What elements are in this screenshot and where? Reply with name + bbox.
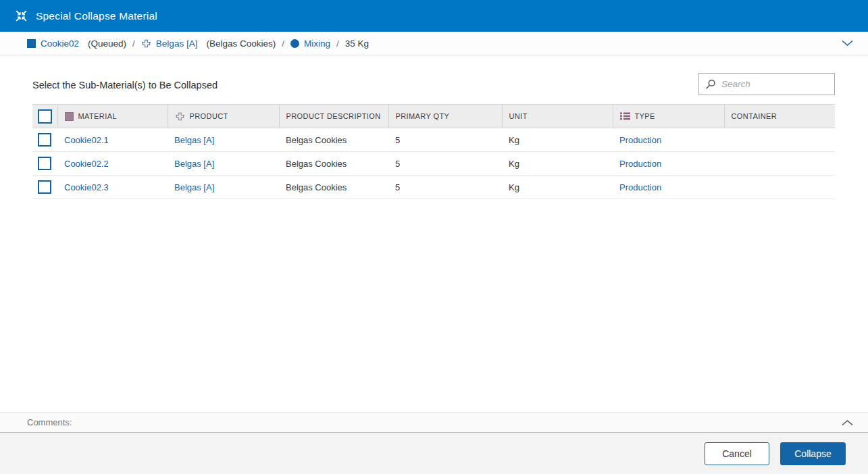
row-select-checkbox[interactable]	[38, 133, 51, 147]
column-header-product-description[interactable]: PRODUCT DESCRIPTION	[279, 105, 388, 128]
type-link[interactable]: Production	[619, 159, 661, 169]
comments-collapse-button[interactable]	[836, 417, 859, 429]
column-header-material[interactable]: MATERIAL	[57, 105, 168, 128]
search-icon	[705, 79, 716, 90]
chevron-down-icon	[842, 40, 853, 47]
cancel-button[interactable]: Cancel	[705, 442, 769, 465]
container-cell	[724, 152, 835, 176]
breadcrumb-operation-link[interactable]: Mixing	[304, 38, 330, 49]
breadcrumb-product-link[interactable]: Belgas [A]	[156, 38, 198, 49]
breadcrumb-separator: /	[330, 38, 345, 49]
product-description-cell: Belgas Cookies	[279, 176, 388, 199]
breadcrumb-product-description: (Belgas Cookies)	[206, 38, 276, 49]
breadcrumb-quantity: 35 Kg	[345, 38, 369, 49]
breadcrumb-material: Cookie02 (Queued)	[27, 38, 126, 49]
material-cell: Cookie02.1	[57, 128, 168, 152]
type-cell: Production	[613, 176, 724, 199]
row-select-cell	[32, 128, 57, 152]
footer-action-bar: Cancel Collapse	[0, 433, 868, 474]
type-list-icon	[620, 112, 630, 120]
material-cell: Cookie02.2	[57, 152, 168, 176]
product-cell: Belgas [A]	[168, 176, 279, 199]
row-select-cell	[32, 152, 57, 176]
product-icon	[175, 111, 185, 122]
breadcrumb-material-link[interactable]: Cookie02	[41, 38, 79, 49]
table-row: Cookie02.3 Belgas [A] Belgas Cookies 5 K…	[32, 176, 835, 199]
primary-qty-cell: 5	[388, 128, 502, 152]
table-row: Cookie02.1 Belgas [A] Belgas Cookies 5 K…	[32, 128, 835, 152]
primary-qty-cell: 5	[388, 176, 502, 199]
page-title: Special Collapse Material	[36, 10, 157, 22]
product-description-cell: Belgas Cookies	[279, 152, 388, 176]
breadcrumb-product: Belgas [A] (Belgas Cookies)	[141, 38, 276, 49]
column-header-product[interactable]: PRODUCT	[168, 105, 279, 128]
breadcrumb-material-status: (Queued)	[88, 38, 126, 49]
material-link[interactable]: Cookie02.1	[64, 135, 109, 145]
title-bar: Special Collapse Material	[0, 0, 868, 32]
breadcrumb-separator: /	[126, 38, 141, 49]
unit-cell: Kg	[502, 152, 613, 176]
material-link[interactable]: Cookie02.3	[64, 182, 109, 192]
search-box	[698, 73, 835, 95]
comments-bar: Comments:	[0, 412, 868, 433]
main-content: Select the Sub-Material(s) to Be Collaps…	[0, 55, 868, 412]
column-header-type[interactable]: TYPE	[613, 105, 724, 128]
search-input[interactable]	[721, 79, 828, 89]
section-heading: Select the Sub-Material(s) to Be Collaps…	[32, 80, 218, 95]
type-cell: Production	[613, 152, 724, 176]
material-cell: Cookie02.3	[57, 176, 168, 199]
column-header-primary-qty[interactable]: PRIMARY QTY	[388, 105, 502, 128]
container-cell	[724, 128, 835, 152]
product-cell: Belgas [A]	[168, 152, 279, 176]
breadcrumb-separator: /	[276, 38, 290, 49]
material-link[interactable]: Cookie02.2	[64, 159, 109, 169]
chevron-up-icon	[842, 419, 853, 426]
material-icon	[65, 112, 74, 121]
table-header-row: MATERIAL PRODUCT PR	[32, 105, 835, 128]
operation-circle-icon	[290, 39, 299, 48]
unit-cell: Kg	[502, 176, 613, 199]
breadcrumb: Cookie02 (Queued) / Belgas [A] (Belgas C…	[0, 32, 868, 55]
row-select-checkbox[interactable]	[38, 180, 51, 194]
primary-qty-cell: 5	[388, 152, 502, 176]
type-link[interactable]: Production	[619, 135, 661, 145]
product-link[interactable]: Belgas [A]	[174, 135, 214, 145]
product-icon	[141, 38, 151, 49]
collapse-button[interactable]: Collapse	[780, 442, 846, 465]
product-cell: Belgas [A]	[168, 128, 279, 152]
column-header-unit[interactable]: UNIT	[502, 105, 613, 128]
unit-cell: Kg	[502, 128, 613, 152]
type-link[interactable]: Production	[619, 182, 661, 192]
container-cell	[724, 176, 835, 199]
comments-label: Comments:	[27, 417, 72, 427]
row-select-cell	[32, 176, 57, 199]
select-all-header-cell	[32, 105, 57, 128]
column-header-container[interactable]: CONTAINER	[724, 105, 835, 128]
product-link[interactable]: Belgas [A]	[174, 182, 214, 192]
table-body: Cookie02.1 Belgas [A] Belgas Cookies 5 K…	[32, 128, 835, 199]
row-select-checkbox[interactable]	[38, 157, 51, 170]
breadcrumb-expand-button[interactable]	[836, 37, 859, 49]
select-all-checkbox[interactable]	[38, 109, 52, 124]
product-link[interactable]: Belgas [A]	[174, 159, 214, 169]
sub-materials-table: MATERIAL PRODUCT PR	[32, 104, 835, 199]
product-description-cell: Belgas Cookies	[279, 128, 388, 152]
breadcrumb-operation: Mixing	[290, 38, 330, 49]
type-cell: Production	[613, 128, 724, 152]
collapse-arrows-icon	[14, 9, 28, 23]
table-row: Cookie02.2 Belgas [A] Belgas Cookies 5 K…	[32, 152, 835, 176]
material-square-icon	[27, 39, 36, 48]
